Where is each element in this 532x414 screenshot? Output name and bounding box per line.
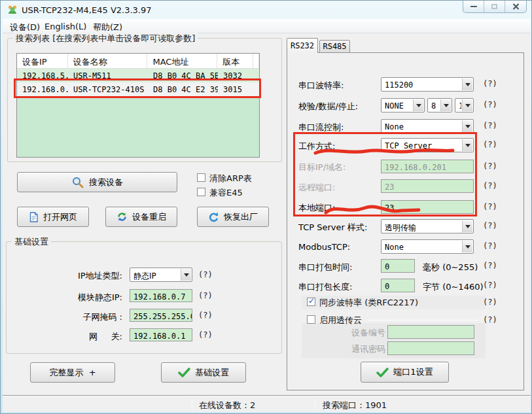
compat-e45-checkbox[interactable]: [197, 188, 205, 196]
chevron-down-icon: [413, 99, 423, 111]
gateway-label: 网 关:: [60, 331, 122, 343]
static-ip-help[interactable]: (?): [198, 291, 213, 300]
restart-device-button[interactable]: 设备重启: [105, 207, 177, 227]
statusbar-divider: [315, 398, 315, 410]
cloud-label: 启用透传云: [319, 315, 362, 326]
parity-value: NONE: [381, 99, 412, 112]
web-page-icon: [29, 212, 39, 222]
local-port-label: 本地端口:: [298, 202, 335, 214]
pack-len-help[interactable]: (?): [483, 281, 497, 290]
parity-dropdown[interactable]: NONE: [381, 98, 425, 112]
col-header-mac: MAC地址: [147, 54, 217, 68]
tab-rs485[interactable]: RS485: [319, 40, 350, 53]
col-header-device-ip: 设备IP: [17, 54, 68, 68]
parity-label: 校验/数据/停止:: [298, 101, 358, 112]
device-table-header: 设备IP 设备名称 MAC地址 版本: [17, 54, 259, 69]
remote-port-help[interactable]: (?): [483, 181, 497, 190]
stop-bits-value: 1: [455, 99, 461, 112]
subnet-mask-field[interactable]: 255.255.255.0: [130, 309, 192, 322]
gateway-field[interactable]: 192.168.0.1: [130, 328, 192, 341]
data-bits-value: 8: [428, 99, 440, 112]
device-row-1[interactable]: 192.168.5.21 USR-M511 D8 B0 4C BA 5B C6 …: [17, 69, 259, 82]
device-id-field[interactable]: [387, 325, 474, 339]
port1-setup-label: 端口1设置: [393, 366, 433, 378]
search-device-label: 搜索设备: [89, 177, 123, 188]
search-device-button[interactable]: 搜索设备: [17, 172, 177, 192]
menu-item-help[interactable]: 帮助(Z): [90, 21, 125, 34]
chevron-down-icon: [462, 139, 472, 151]
menu-item-device[interactable]: 设备(D): [7, 21, 43, 34]
tcp-style-help[interactable]: (?): [483, 221, 497, 230]
col-header-version: 版本: [217, 54, 253, 68]
maximize-button[interactable]: [484, 1, 505, 12]
chevron-down-icon: [181, 269, 191, 281]
base-settings-title: 基础设置: [12, 236, 51, 248]
cloud-checkbox[interactable]: [307, 315, 315, 324]
full-display-button[interactable]: 完整显示 +: [30, 362, 115, 383]
menu-bar: 设备(D) English(L) 帮助(Z): [3, 19, 531, 33]
pack-time-help[interactable]: (?): [483, 261, 497, 270]
local-port-field[interactable]: 23: [381, 200, 474, 214]
tcp-style-label: TCP Server 样式:: [298, 222, 367, 233]
data-bits-dropdown[interactable]: 8: [427, 98, 452, 112]
flow-label: 串口流控制:: [298, 122, 344, 133]
factory-reset-button[interactable]: 恢复出厂: [197, 207, 269, 227]
pack-len-field[interactable]: 0: [381, 279, 415, 292]
chevron-down-icon: [462, 220, 472, 232]
work-mode-value: TCP Server: [381, 139, 461, 152]
tab-rs232[interactable]: RS232: [287, 38, 318, 53]
statusbar-divider: [192, 398, 192, 410]
ip-type-help[interactable]: (?): [198, 270, 213, 279]
ip-type-dropdown[interactable]: 静态IP: [130, 267, 192, 282]
menu-item-english[interactable]: English(L): [42, 21, 89, 32]
dest-ip-field[interactable]: 192.168.0.201: [381, 160, 474, 173]
tcp-style-dropdown[interactable]: 透明传输: [381, 219, 474, 233]
chevron-down-icon: [440, 99, 451, 111]
remote-port-field[interactable]: 23: [381, 179, 474, 193]
flow-help[interactable]: (?): [483, 121, 497, 130]
open-web-button[interactable]: 打开网页: [17, 207, 89, 227]
stop-bits-dropdown[interactable]: 1: [455, 98, 474, 112]
modbus-dropdown[interactable]: None: [381, 239, 474, 254]
flow-dropdown[interactable]: None: [381, 119, 474, 133]
cloud-groupbox-line: [367, 320, 478, 320]
sync-baud-help[interactable]: (?): [483, 298, 497, 307]
minimize-button[interactable]: [463, 1, 484, 12]
cell-mac: D8 B0 4C BA 5B C6: [148, 69, 218, 82]
full-display-label: 完整显示 +: [49, 367, 96, 379]
online-device-count: 在线设备数：2: [199, 400, 255, 411]
cell-ip: 192.168.5.21: [17, 69, 68, 82]
base-setup-button[interactable]: 基础设置: [161, 362, 246, 383]
search-port-status: 搜索端口：1901: [323, 400, 387, 411]
dest-ip-help[interactable]: (?): [483, 162, 497, 171]
chevron-down-icon: [462, 241, 472, 252]
pack-time-label: 串口打包时间:: [298, 262, 352, 273]
modbus-help[interactable]: (?): [483, 241, 497, 250]
work-mode-dropdown[interactable]: TCP Server: [381, 138, 474, 152]
title-bar: USR-TCP232-M4,E45 V2.3.3.97: [1, 1, 531, 19]
search-icon: [71, 176, 84, 189]
ip-type-value: 静态IP: [130, 268, 180, 281]
chevron-down-icon: [462, 99, 472, 111]
subnet-mask-help[interactable]: (?): [198, 311, 213, 320]
tcp-style-value: 透明传输: [381, 220, 461, 233]
device-row-2-selected[interactable]: 192.168.0.7 USR-TCP232-410S D8 B0 4C E2 …: [17, 82, 259, 96]
status-bar: 在线设备数：2 搜索端口：1901: [3, 395, 531, 412]
baud-label: 串口波特率:: [298, 80, 344, 92]
baud-dropdown[interactable]: 115200: [381, 77, 474, 92]
pack-time-field[interactable]: 0: [381, 259, 415, 273]
sync-baud-checkbox[interactable]: [307, 298, 315, 306]
factory-reset-icon: [208, 211, 219, 222]
local-port-help[interactable]: (?): [483, 202, 497, 211]
close-button[interactable]: [505, 1, 526, 12]
work-mode-help[interactable]: (?): [483, 140, 497, 149]
comm-password-field[interactable]: [387, 341, 474, 355]
static-ip-field[interactable]: 192.168.0.7: [130, 289, 192, 302]
port1-setup-button[interactable]: 端口1设置: [361, 362, 449, 383]
clear-arp-checkbox[interactable]: [197, 173, 205, 182]
gateway-help[interactable]: (?): [198, 330, 213, 339]
parity-help[interactable]: (?): [483, 100, 497, 109]
factory-reset-label: 恢复出厂: [224, 211, 258, 223]
baud-help[interactable]: (?): [483, 79, 497, 88]
checkmark-icon: [178, 368, 190, 377]
